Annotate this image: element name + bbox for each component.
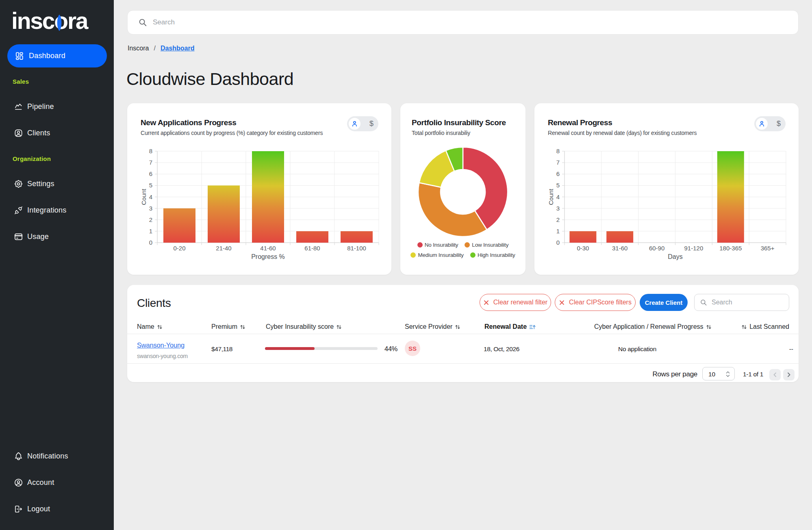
svg-text:60-90: 60-90 — [649, 245, 664, 252]
svg-text:61-80: 61-80 — [304, 245, 320, 252]
svg-text:0: 0 — [556, 239, 560, 246]
svg-text:5: 5 — [556, 182, 560, 189]
svg-text:Count: Count — [140, 189, 147, 205]
svg-text:4: 4 — [149, 193, 152, 200]
svg-text:6: 6 — [149, 170, 152, 177]
svg-text:4: 4 — [556, 193, 560, 200]
svg-text:21-40: 21-40 — [216, 245, 231, 252]
svg-text:Count: Count — [547, 189, 554, 205]
svg-text:0-20: 0-20 — [173, 245, 185, 252]
svg-text:0: 0 — [149, 239, 152, 246]
svg-text:180-365: 180-365 — [719, 245, 742, 252]
svg-text:3: 3 — [556, 205, 560, 212]
svg-text:8: 8 — [556, 148, 560, 154]
svg-text:81-100: 81-100 — [347, 245, 366, 252]
svg-text:1: 1 — [149, 228, 152, 235]
svg-text:41-60: 41-60 — [260, 245, 276, 252]
svg-text:0-30: 0-30 — [577, 245, 589, 252]
svg-text:Progress %: Progress % — [251, 253, 285, 260]
svg-text:1: 1 — [556, 228, 560, 235]
svg-text:2: 2 — [149, 216, 152, 223]
svg-text:31-60: 31-60 — [612, 245, 627, 252]
svg-text:Days: Days — [668, 253, 682, 260]
svg-text:365+: 365+ — [761, 245, 775, 252]
svg-text:6: 6 — [556, 170, 560, 177]
svg-text:7: 7 — [149, 159, 152, 166]
svg-text:7: 7 — [556, 159, 560, 166]
svg-text:91-120: 91-120 — [684, 245, 703, 252]
svg-text:3: 3 — [149, 205, 152, 212]
svg-text:5: 5 — [149, 182, 152, 189]
svg-text:8: 8 — [149, 148, 152, 154]
svg-text:2: 2 — [556, 216, 560, 223]
